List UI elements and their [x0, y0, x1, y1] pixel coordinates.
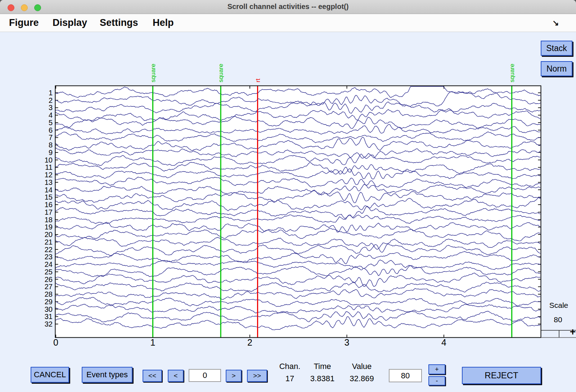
time-value: 3.8381: [305, 374, 339, 385]
channel-label: 18: [45, 216, 53, 224]
event-marker-label: square: [509, 64, 516, 82]
channel-label: 21: [45, 238, 53, 246]
forward-button[interactable]: >: [226, 370, 242, 382]
menu-item-settings[interactable]: Settings: [100, 17, 138, 28]
channel-label: 20: [45, 231, 53, 238]
channel-label: 29: [45, 298, 53, 306]
channel-label: 11: [45, 163, 53, 171]
channel-label: 10: [45, 156, 53, 164]
menu-item-figure[interactable]: Figure: [9, 17, 39, 28]
event-marker-label: rt: [255, 78, 261, 82]
value-value: 32.869: [342, 374, 382, 385]
reject-button[interactable]: REJECT: [462, 367, 541, 384]
channel-label: 30: [45, 305, 53, 313]
scale-label: Scale: [549, 301, 568, 309]
channel-label: 7: [49, 133, 53, 141]
channel-label: 28: [45, 290, 53, 298]
plot-area[interactable]: [55, 86, 541, 338]
value-label: Value: [342, 362, 382, 374]
fast-forward-button[interactable]: >>: [247, 370, 267, 382]
channel-label: 25: [45, 268, 53, 276]
channel-label: 1: [49, 89, 53, 97]
channel-label: 16: [45, 201, 53, 209]
x-tick-label: 1: [150, 337, 156, 347]
channel-label: 15: [45, 193, 53, 201]
window-title: Scroll channel activities -- eegplot(): [0, 3, 576, 11]
channel-label: 8: [49, 141, 53, 149]
event-marker-label: square: [150, 64, 157, 82]
fast-backward-button[interactable]: <<: [143, 370, 162, 382]
scale-decrease-button[interactable]: -: [428, 376, 445, 386]
menu-item-display[interactable]: Display: [53, 17, 87, 28]
event-marker-label: square: [217, 64, 224, 82]
channel-label: 31: [45, 313, 53, 320]
x-tick-label: 4: [441, 337, 446, 347]
channel-label: 23: [45, 253, 53, 261]
x-tick-label: 3: [345, 337, 350, 347]
menubar: Figure Display Settings Help ↘: [0, 14, 576, 32]
channel-label: 32: [45, 320, 53, 328]
event-types-button[interactable]: Event types: [82, 367, 132, 383]
channel-label: 27: [45, 283, 53, 291]
scale-plus[interactable]: +: [570, 326, 576, 337]
position-input[interactable]: [189, 369, 221, 382]
channel-label: 17: [45, 208, 53, 216]
channel-label: 3: [49, 104, 53, 111]
channel-label: 5: [49, 119, 53, 127]
scale-increase-button[interactable]: +: [428, 364, 445, 374]
channel-label: 9: [49, 149, 53, 156]
channel-label: 26: [45, 275, 53, 283]
channel-label: 24: [45, 260, 53, 268]
norm-button[interactable]: Norm: [541, 61, 572, 76]
eeg-plot-canvas[interactable]: 1234567891011121314151617181920212223242…: [0, 32, 576, 392]
channel-label: 12: [45, 171, 53, 179]
menu-item-help[interactable]: Help: [153, 17, 174, 28]
stack-button[interactable]: Stack: [541, 41, 572, 56]
channel-label: 14: [45, 186, 53, 194]
x-tick-label: 0: [53, 337, 58, 347]
titlebar: Scroll channel activities -- eegplot(): [0, 0, 576, 14]
value-readout: Value 32.869: [342, 362, 382, 385]
scale-input[interactable]: [389, 369, 422, 382]
eegplot-window: Scroll channel activities -- eegplot() F…: [0, 0, 576, 392]
time-label: Time: [305, 362, 339, 374]
channel-label: 2: [49, 96, 53, 104]
channel-label: 13: [45, 178, 53, 186]
chan-label: Chan.: [273, 362, 307, 374]
channel-label: 19: [45, 223, 53, 231]
cancel-button[interactable]: CANCEL: [31, 367, 69, 383]
dock-figure-icon[interactable]: ↘: [552, 18, 559, 28]
channel-label: 22: [45, 246, 53, 254]
backward-button[interactable]: <: [168, 370, 184, 382]
channel-label: 6: [49, 126, 53, 134]
chan-readout: Chan. 17: [273, 362, 307, 385]
chan-value: 17: [273, 374, 307, 385]
channel-label: 4: [49, 111, 53, 119]
scale-value: 80: [554, 315, 562, 324]
x-tick-label: 2: [247, 337, 252, 347]
time-readout: Time 3.8381: [305, 362, 339, 385]
